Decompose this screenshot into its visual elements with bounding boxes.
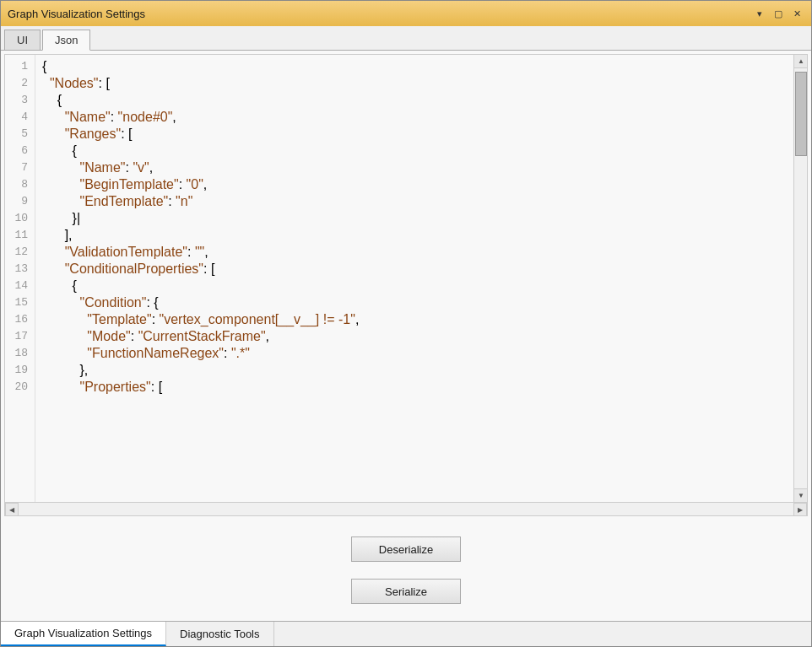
code-editor-wrapper: 1234567891011121314151617181920 { "Nodes… [4,54,808,516]
line-number: 13 [5,261,35,278]
code-line: "FunctionNameRegex": ".*" [35,345,793,362]
line-number: 12 [5,244,35,261]
main-window: Graph Visualization Settings ▾ ▢ ✕ UI Js… [0,0,812,647]
deserialize-button[interactable]: Deserialize [351,536,461,562]
restore-button[interactable]: ▢ [771,6,786,21]
code-line: }, [35,362,793,379]
code-line: { [35,92,793,109]
line-number: 15 [5,294,35,311]
code-line: "Template": "vertex_component[__v__] != … [35,311,793,328]
code-line: "Properties": [ [35,379,793,396]
line-number: 4 [5,109,35,126]
status-graph-vis-settings[interactable]: Graph Visualization Settings [1,622,166,646]
scroll-up-arrow[interactable]: ▲ [794,55,807,68]
line-number: 20 [5,379,35,396]
minimize-button[interactable]: ▾ [752,6,767,21]
line-number: 5 [5,126,35,143]
line-number: 7 [5,159,35,176]
line-number: 3 [5,92,35,109]
code-line: "Name": "v", [35,159,793,176]
code-line: "BeginTemplate": "0", [35,176,793,193]
code-line: { [35,143,793,159]
content-area: 1234567891011121314151617181920 { "Nodes… [1,51,811,621]
scroll-track[interactable] [794,68,807,488]
scroll-right-arrow[interactable]: ▶ [793,503,807,516]
line-number: 1 [5,58,35,75]
code-line: "Condition": { [35,294,793,311]
code-line: ], [35,227,793,244]
scroll-down-arrow[interactable]: ▼ [794,488,807,502]
line-number: 18 [5,345,35,362]
button-area: Deserialize Serialize [1,520,811,621]
line-number: 10 [5,210,35,227]
title-bar: Graph Visualization Settings ▾ ▢ ✕ [1,1,811,26]
close-button[interactable]: ✕ [789,6,804,21]
title-bar-left: Graph Visualization Settings [8,8,145,20]
line-number: 14 [5,278,35,294]
line-number: 8 [5,176,35,193]
line-number: 2 [5,75,35,92]
code-line: "Name": "node#0", [35,109,793,126]
code-line: "ValidationTemplate": "", [35,244,793,261]
line-numbers: 1234567891011121314151617181920 [5,55,35,502]
line-number: 11 [5,227,35,244]
code-line: "Ranges": [ [35,126,793,143]
title-bar-controls: ▾ ▢ ✕ [752,6,804,21]
tab-bar: UI Json [1,26,811,51]
horizontal-scrollbar[interactable]: ◀ ▶ [5,502,807,515]
code-line: { [35,278,793,294]
line-number: 16 [5,311,35,328]
tab-json[interactable]: Json [42,30,90,51]
code-line: { [35,58,793,75]
window-title: Graph Visualization Settings [8,8,145,20]
code-line: "Nodes": [ [35,75,793,92]
code-content[interactable]: { "Nodes": [ { "Name": "node#0", "Ranges… [35,55,793,502]
h-scroll-track[interactable] [19,503,793,515]
status-bar: Graph Visualization Settings Diagnostic … [1,621,811,646]
status-diagnostic-tools[interactable]: Diagnostic Tools [166,622,273,646]
vertical-scrollbar[interactable]: ▲ ▼ [793,55,807,502]
scroll-thumb[interactable] [795,72,807,156]
tab-ui[interactable]: UI [4,30,41,50]
line-number: 19 [5,362,35,379]
line-number: 9 [5,193,35,210]
line-number: 6 [5,143,35,159]
code-line: }| [35,210,793,227]
scroll-left-arrow[interactable]: ◀ [5,503,19,516]
serialize-button[interactable]: Serialize [351,579,461,604]
code-line: "EndTemplate": "n" [35,193,793,210]
code-line: "Mode": "CurrentStackFrame", [35,328,793,345]
line-number: 17 [5,328,35,345]
code-line: "ConditionalProperties": [ [35,261,793,278]
editor-inner: 1234567891011121314151617181920 { "Nodes… [5,55,807,502]
